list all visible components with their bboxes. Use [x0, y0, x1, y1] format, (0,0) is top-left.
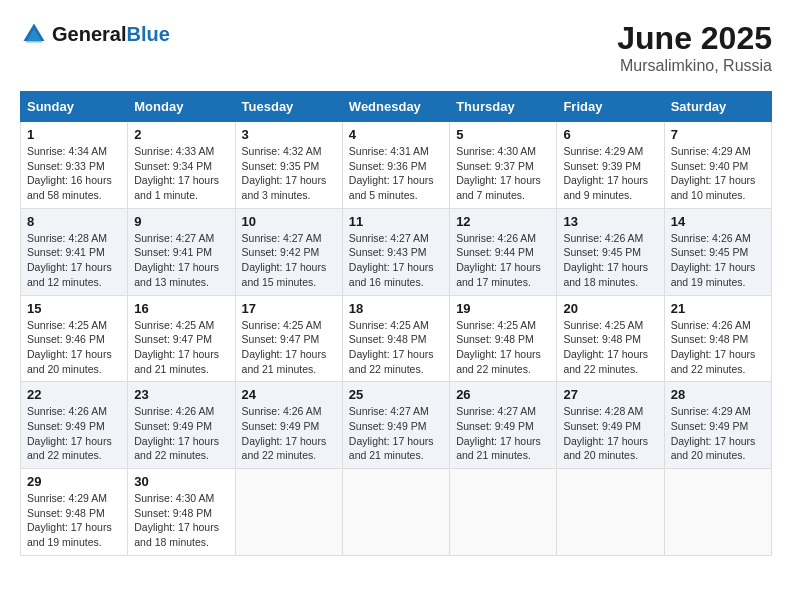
calendar-header-row: SundayMondayTuesdayWednesdayThursdayFrid…	[21, 92, 772, 122]
day-content: Sunrise: 4:27 AMSunset: 9:49 PMDaylight:…	[456, 404, 550, 463]
day-number: 12	[456, 214, 550, 229]
day-number: 5	[456, 127, 550, 142]
day-number: 8	[27, 214, 121, 229]
day-content: Sunrise: 4:25 AMSunset: 9:47 PMDaylight:…	[242, 318, 336, 377]
day-number: 24	[242, 387, 336, 402]
day-number: 26	[456, 387, 550, 402]
day-number: 25	[349, 387, 443, 402]
page-header: GeneralBlue June 2025 Mursalimkino, Russ…	[20, 20, 772, 75]
logo-text-blue: Blue	[126, 23, 169, 45]
calendar-cell: 11Sunrise: 4:27 AMSunset: 9:43 PMDayligh…	[342, 208, 449, 295]
day-content: Sunrise: 4:26 AMSunset: 9:44 PMDaylight:…	[456, 231, 550, 290]
day-content: Sunrise: 4:33 AMSunset: 9:34 PMDaylight:…	[134, 144, 228, 203]
day-number: 20	[563, 301, 657, 316]
day-content: Sunrise: 4:27 AMSunset: 9:43 PMDaylight:…	[349, 231, 443, 290]
calendar-cell: 2Sunrise: 4:33 AMSunset: 9:34 PMDaylight…	[128, 122, 235, 209]
day-number: 28	[671, 387, 765, 402]
day-content: Sunrise: 4:25 AMSunset: 9:48 PMDaylight:…	[349, 318, 443, 377]
day-content: Sunrise: 4:26 AMSunset: 9:45 PMDaylight:…	[671, 231, 765, 290]
day-number: 6	[563, 127, 657, 142]
column-header-tuesday: Tuesday	[235, 92, 342, 122]
day-number: 14	[671, 214, 765, 229]
day-content: Sunrise: 4:30 AMSunset: 9:48 PMDaylight:…	[134, 491, 228, 550]
calendar-week-row: 8Sunrise: 4:28 AMSunset: 9:41 PMDaylight…	[21, 208, 772, 295]
calendar-cell: 3Sunrise: 4:32 AMSunset: 9:35 PMDaylight…	[235, 122, 342, 209]
day-content: Sunrise: 4:26 AMSunset: 9:49 PMDaylight:…	[134, 404, 228, 463]
calendar-cell	[664, 469, 771, 556]
day-content: Sunrise: 4:30 AMSunset: 9:37 PMDaylight:…	[456, 144, 550, 203]
day-number: 3	[242, 127, 336, 142]
calendar-cell: 10Sunrise: 4:27 AMSunset: 9:42 PMDayligh…	[235, 208, 342, 295]
day-number: 30	[134, 474, 228, 489]
day-number: 13	[563, 214, 657, 229]
column-header-friday: Friday	[557, 92, 664, 122]
calendar-cell	[450, 469, 557, 556]
calendar-cell: 28Sunrise: 4:29 AMSunset: 9:49 PMDayligh…	[664, 382, 771, 469]
day-number: 16	[134, 301, 228, 316]
calendar-cell: 7Sunrise: 4:29 AMSunset: 9:40 PMDaylight…	[664, 122, 771, 209]
day-number: 21	[671, 301, 765, 316]
calendar-cell: 29Sunrise: 4:29 AMSunset: 9:48 PMDayligh…	[21, 469, 128, 556]
column-header-thursday: Thursday	[450, 92, 557, 122]
day-number: 11	[349, 214, 443, 229]
day-number: 27	[563, 387, 657, 402]
day-content: Sunrise: 4:32 AMSunset: 9:35 PMDaylight:…	[242, 144, 336, 203]
calendar-cell: 17Sunrise: 4:25 AMSunset: 9:47 PMDayligh…	[235, 295, 342, 382]
day-content: Sunrise: 4:25 AMSunset: 9:46 PMDaylight:…	[27, 318, 121, 377]
calendar-cell: 4Sunrise: 4:31 AMSunset: 9:36 PMDaylight…	[342, 122, 449, 209]
day-number: 10	[242, 214, 336, 229]
column-header-monday: Monday	[128, 92, 235, 122]
calendar-cell: 6Sunrise: 4:29 AMSunset: 9:39 PMDaylight…	[557, 122, 664, 209]
day-content: Sunrise: 4:28 AMSunset: 9:41 PMDaylight:…	[27, 231, 121, 290]
day-content: Sunrise: 4:29 AMSunset: 9:49 PMDaylight:…	[671, 404, 765, 463]
calendar-cell: 12Sunrise: 4:26 AMSunset: 9:44 PMDayligh…	[450, 208, 557, 295]
day-number: 7	[671, 127, 765, 142]
calendar-cell: 20Sunrise: 4:25 AMSunset: 9:48 PMDayligh…	[557, 295, 664, 382]
calendar-cell: 26Sunrise: 4:27 AMSunset: 9:49 PMDayligh…	[450, 382, 557, 469]
day-number: 29	[27, 474, 121, 489]
calendar-cell: 14Sunrise: 4:26 AMSunset: 9:45 PMDayligh…	[664, 208, 771, 295]
logo-icon	[20, 20, 48, 48]
column-header-saturday: Saturday	[664, 92, 771, 122]
day-content: Sunrise: 4:26 AMSunset: 9:49 PMDaylight:…	[242, 404, 336, 463]
day-number: 19	[456, 301, 550, 316]
day-number: 15	[27, 301, 121, 316]
day-content: Sunrise: 4:25 AMSunset: 9:47 PMDaylight:…	[134, 318, 228, 377]
day-content: Sunrise: 4:29 AMSunset: 9:48 PMDaylight:…	[27, 491, 121, 550]
day-content: Sunrise: 4:29 AMSunset: 9:40 PMDaylight:…	[671, 144, 765, 203]
calendar-cell: 15Sunrise: 4:25 AMSunset: 9:46 PMDayligh…	[21, 295, 128, 382]
day-number: 22	[27, 387, 121, 402]
day-number: 9	[134, 214, 228, 229]
calendar-cell: 9Sunrise: 4:27 AMSunset: 9:41 PMDaylight…	[128, 208, 235, 295]
day-content: Sunrise: 4:29 AMSunset: 9:39 PMDaylight:…	[563, 144, 657, 203]
calendar-cell: 22Sunrise: 4:26 AMSunset: 9:49 PMDayligh…	[21, 382, 128, 469]
day-number: 2	[134, 127, 228, 142]
calendar-table: SundayMondayTuesdayWednesdayThursdayFrid…	[20, 91, 772, 556]
day-content: Sunrise: 4:26 AMSunset: 9:48 PMDaylight:…	[671, 318, 765, 377]
calendar-cell: 19Sunrise: 4:25 AMSunset: 9:48 PMDayligh…	[450, 295, 557, 382]
calendar-cell: 16Sunrise: 4:25 AMSunset: 9:47 PMDayligh…	[128, 295, 235, 382]
calendar-title: June 2025	[617, 20, 772, 57]
calendar-cell: 24Sunrise: 4:26 AMSunset: 9:49 PMDayligh…	[235, 382, 342, 469]
calendar-week-row: 15Sunrise: 4:25 AMSunset: 9:46 PMDayligh…	[21, 295, 772, 382]
column-header-wednesday: Wednesday	[342, 92, 449, 122]
calendar-week-row: 1Sunrise: 4:34 AMSunset: 9:33 PMDaylight…	[21, 122, 772, 209]
day-content: Sunrise: 4:28 AMSunset: 9:49 PMDaylight:…	[563, 404, 657, 463]
calendar-cell: 5Sunrise: 4:30 AMSunset: 9:37 PMDaylight…	[450, 122, 557, 209]
calendar-cell: 18Sunrise: 4:25 AMSunset: 9:48 PMDayligh…	[342, 295, 449, 382]
logo-text-general: General	[52, 23, 126, 45]
day-content: Sunrise: 4:26 AMSunset: 9:45 PMDaylight:…	[563, 231, 657, 290]
day-number: 23	[134, 387, 228, 402]
title-block: June 2025 Mursalimkino, Russia	[617, 20, 772, 75]
logo: GeneralBlue	[20, 20, 170, 48]
day-content: Sunrise: 4:27 AMSunset: 9:49 PMDaylight:…	[349, 404, 443, 463]
day-content: Sunrise: 4:34 AMSunset: 9:33 PMDaylight:…	[27, 144, 121, 203]
calendar-cell: 30Sunrise: 4:30 AMSunset: 9:48 PMDayligh…	[128, 469, 235, 556]
calendar-cell: 21Sunrise: 4:26 AMSunset: 9:48 PMDayligh…	[664, 295, 771, 382]
calendar-cell	[342, 469, 449, 556]
day-content: Sunrise: 4:26 AMSunset: 9:49 PMDaylight:…	[27, 404, 121, 463]
day-content: Sunrise: 4:31 AMSunset: 9:36 PMDaylight:…	[349, 144, 443, 203]
calendar-cell: 13Sunrise: 4:26 AMSunset: 9:45 PMDayligh…	[557, 208, 664, 295]
calendar-cell	[557, 469, 664, 556]
calendar-cell: 23Sunrise: 4:26 AMSunset: 9:49 PMDayligh…	[128, 382, 235, 469]
